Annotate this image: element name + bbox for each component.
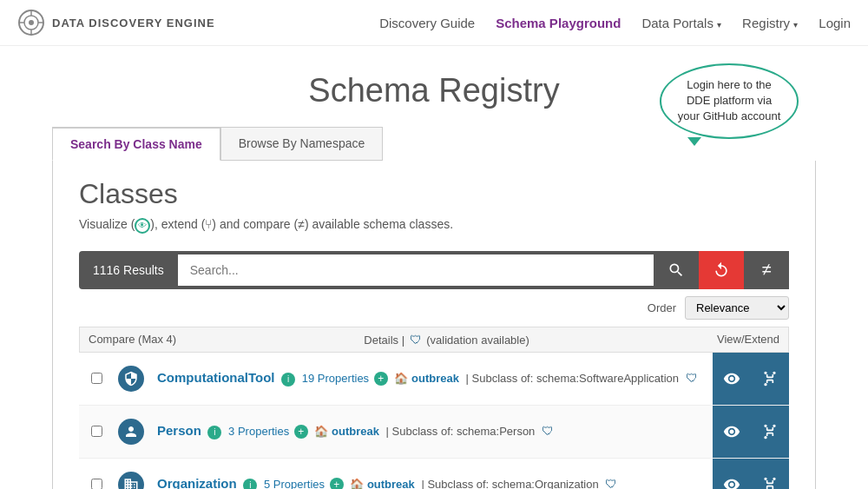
namespace-icon-1: 🏠 — [314, 425, 332, 438]
row-info-2: Organization i 5 Properties + 🏠 outbreak… — [148, 467, 713, 489]
row-actions-0 — [713, 353, 789, 405]
search-icon — [667, 261, 685, 279]
table-row: ComputationalTool i 19 Properties + 🏠 ou… — [79, 353, 789, 406]
extend-icon-1 — [761, 423, 779, 440]
compare-icon: ≠ — [298, 217, 305, 231]
subclass-value-1[interactable]: schema:Person — [457, 425, 535, 438]
search-input[interactable] — [178, 254, 654, 286]
table-row: Person i 3 Properties + 🏠 outbreak | Sub… — [79, 406, 789, 459]
row-checkbox-1 — [79, 417, 114, 446]
subclass-label-0: | Subclass of: — [466, 372, 536, 385]
search-actions: ≠ — [654, 251, 789, 289]
table-header: Compare (Max 4) Details | 🛡 (validation … — [79, 327, 789, 353]
extend-icon-2 — [761, 476, 779, 490]
org-icon — [123, 477, 139, 490]
add-properties-icon-0[interactable]: + — [374, 372, 388, 386]
row-actions-2 — [713, 459, 789, 490]
class-name-0[interactable]: ComputationalTool — [157, 370, 275, 385]
gear-icon — [123, 371, 139, 387]
nav-data-portals[interactable]: Data Portals ▾ — [641, 16, 721, 30]
class-icon-0 — [118, 366, 144, 392]
properties-count-1[interactable]: 3 Properties — [228, 425, 289, 438]
namespace-link-1[interactable]: outbreak — [332, 425, 379, 438]
svg-point-2 — [29, 20, 34, 25]
subclass-value-2[interactable]: schema:Organization — [492, 478, 599, 489]
row-icon-1 — [114, 419, 148, 445]
compare-checkbox-0[interactable] — [91, 373, 102, 384]
compare-button[interactable]: ≠ — [744, 251, 789, 289]
eye-icon-1 — [723, 423, 740, 440]
login-bubble[interactable]: Login here to the DDE platform via your … — [660, 63, 799, 139]
subclass-value-0[interactable]: schema:SoftwareApplication — [536, 372, 679, 385]
order-select[interactable]: Relevance Name Date — [685, 296, 789, 320]
class-icon-1 — [118, 419, 144, 445]
extend-icon-0 — [761, 370, 779, 387]
main-content: Classes Visualize (👁), extend (⑂) and co… — [52, 161, 816, 489]
subclass-label-2: | Subclass of: — [421, 478, 491, 489]
namespace-icon-0: 🏠 — [394, 372, 411, 385]
order-label: Order — [648, 301, 676, 314]
tab-search-by-class-name[interactable]: Search By Class Name — [52, 127, 220, 161]
view-extend-header: View/Extend — [717, 333, 779, 347]
eye-icon-2 — [723, 476, 740, 490]
page-title-area: Schema Registry Login here to the DDE pl… — [0, 46, 868, 118]
logo-text: DATA DISCOVERY ENGINE — [52, 17, 215, 30]
table-row: Organization i 5 Properties + 🏠 outbreak… — [79, 459, 789, 490]
info-icon-0[interactable]: i — [281, 373, 295, 387]
results-badge: 1116 Results — [79, 254, 178, 286]
tab-browse-by-namespace[interactable]: Browse By Namespace — [220, 127, 384, 161]
nav-schema-playground[interactable]: Schema Playground — [496, 16, 621, 30]
view-button-1[interactable] — [713, 406, 751, 458]
nav-registry[interactable]: Registry ▾ — [742, 16, 798, 30]
main-nav: Discovery Guide Schema Playground Data P… — [379, 16, 851, 30]
validation-icon: 🛡 — [410, 333, 422, 347]
add-properties-icon-1[interactable]: + — [294, 425, 308, 439]
namespace-link-0[interactable]: outbreak — [411, 372, 459, 385]
validation-badge-0: 🛡 — [686, 371, 698, 385]
details-header: Details | 🛡 (validation available) — [364, 333, 529, 347]
view-button-2[interactable] — [713, 459, 751, 490]
row-icon-0 — [114, 366, 148, 392]
reset-button[interactable] — [699, 251, 744, 289]
namespace-icon-2: 🏠 — [350, 478, 367, 489]
extend-button-0[interactable] — [751, 353, 789, 405]
classes-description: Visualize (👁), extend (⑂) and compare (≠… — [79, 217, 789, 234]
nav-discovery-guide[interactable]: Discovery Guide — [379, 16, 475, 30]
extend-icon: ⑂ — [205, 217, 212, 231]
classes-title: Classes — [79, 178, 789, 210]
extend-button-2[interactable] — [751, 459, 789, 490]
reset-icon — [713, 261, 730, 279]
search-button[interactable] — [654, 251, 699, 289]
person-icon — [123, 424, 139, 439]
properties-count-0[interactable]: 19 Properties — [302, 372, 369, 385]
row-actions-1 — [713, 406, 789, 458]
info-icon-2[interactable]: i — [243, 479, 257, 489]
class-icon-2 — [118, 472, 144, 490]
row-info-1: Person i 3 Properties + 🏠 outbreak | Sub… — [148, 414, 713, 448]
logo-icon — [17, 9, 45, 36]
validation-badge-2: 🛡 — [605, 477, 617, 489]
search-row: 1116 Results ≠ — [79, 251, 789, 289]
class-name-2[interactable]: Organization — [157, 476, 237, 489]
compare-checkbox-1[interactable] — [91, 426, 102, 437]
properties-count-2[interactable]: 5 Properties — [264, 478, 325, 489]
extend-button-1[interactable] — [751, 406, 789, 458]
namespace-link-2[interactable]: outbreak — [367, 478, 415, 489]
nav-login[interactable]: Login — [819, 16, 851, 30]
view-button-0[interactable] — [713, 353, 751, 405]
class-name-1[interactable]: Person — [157, 423, 201, 438]
add-properties-icon-2[interactable]: + — [330, 478, 344, 489]
row-info-0: ComputationalTool i 19 Properties + 🏠 ou… — [148, 361, 713, 395]
row-icon-2 — [114, 472, 148, 490]
compare-header: Compare (Max 4) — [89, 333, 176, 347]
info-icon-1[interactable]: i — [207, 426, 221, 439]
order-row: Order Relevance Name Date — [79, 289, 789, 327]
subclass-label-1: | Subclass of: — [386, 425, 457, 438]
eye-icon-0 — [723, 370, 740, 387]
visualize-icon: 👁 — [135, 218, 150, 234]
search-input-wrap — [178, 254, 654, 286]
row-checkbox-2 — [79, 470, 114, 489]
validation-badge-1: 🛡 — [542, 424, 554, 438]
compare-checkbox-2[interactable] — [91, 479, 102, 489]
header: DATA DISCOVERY ENGINE Discovery Guide Sc… — [0, 0, 868, 46]
